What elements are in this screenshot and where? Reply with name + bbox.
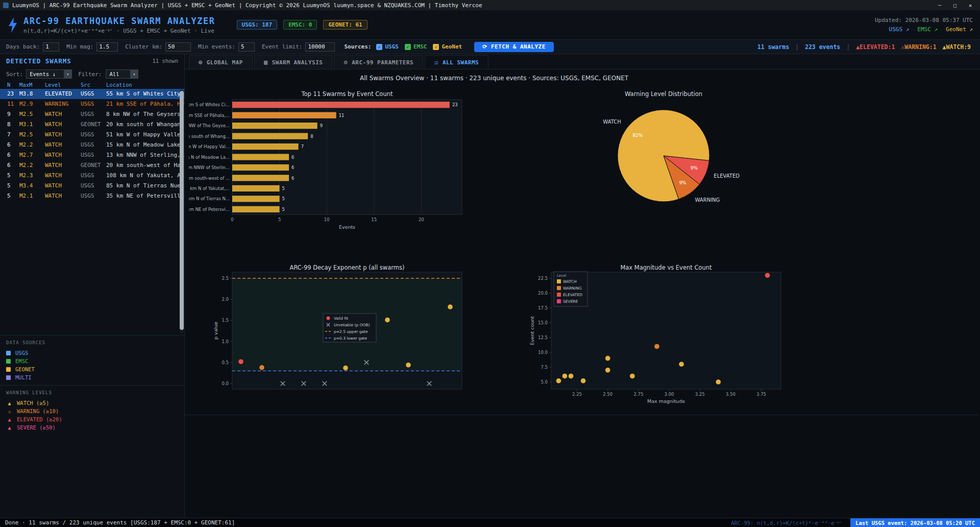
- maximize-button[interactable]: □: [947, 0, 963, 10]
- source-color-swatch: [6, 351, 11, 355]
- swarm-row[interactable]: 6M2.2WATCHUSGS15 km N of Meadow Lakes,…: [0, 140, 184, 150]
- data-source-label: GEONET: [15, 366, 35, 372]
- cluster-km-input[interactable]: [165, 42, 191, 52]
- swarm-row[interactable]: 6M2.7WATCHUSGS13 km NNW of Sterling, A…: [0, 150, 184, 160]
- svg-text:Unreliable (p OOB): Unreliable (p OOB): [334, 323, 370, 327]
- swarm-location: 55 km S of Whites City, …: [106, 89, 184, 99]
- svg-text:15: 15: [371, 217, 377, 222]
- source-toggle-usgs[interactable]: ✓USGS: [376, 43, 399, 50]
- swarm-count: 6: [7, 140, 19, 150]
- tab-arc-99-parameters[interactable]: ⚙ARC-99 PARAMETERS: [334, 55, 423, 69]
- svg-text:3.25: 3.25: [695, 392, 705, 397]
- event-limit-input[interactable]: [305, 42, 335, 52]
- tab-swarm-analysis[interactable]: ▦SWARM ANALYSIS: [254, 55, 332, 69]
- swarm-level: WATCH: [45, 130, 81, 140]
- swarm-row[interactable]: 9M2.5WATCHUSGS8 km NW of The Geysers, …: [0, 109, 184, 119]
- scatter-chart-decay-exponent: 0.00.51.01.52.02.5ARC-99 Decay Exponent …: [189, 265, 475, 418]
- warning-triangle-icon: ▲: [6, 417, 13, 422]
- summary-item: 223 events: [805, 43, 840, 51]
- field-label: Days back:: [6, 43, 40, 50]
- swarm-max-magnitude: M2.5: [19, 109, 45, 119]
- warning-triangle-icon: ▲: [6, 425, 13, 430]
- swarm-row[interactable]: 6M2.2WATCHGEONET20 km south-west of Hast…: [0, 160, 184, 171]
- svg-text:7.5: 7.5: [541, 365, 548, 370]
- sidebar-title: DETECTED SWARMS: [6, 57, 71, 65]
- svg-text:21 km SSE of Pāhala,...: 21 km SSE of Pāhala,...: [189, 113, 230, 118]
- tab-label: GLOBAL MAP: [207, 59, 243, 66]
- sort-select[interactable]: Events ↓ ▾: [26, 69, 72, 79]
- tab-all-swarms[interactable]: ☑ALL SWARMS: [425, 55, 488, 69]
- scrollbar-thumb[interactable]: [180, 91, 184, 330]
- updated-timestamp: Updated: 2026-03-08 05:37 UTC: [875, 17, 973, 23]
- min-mag-input[interactable]: [96, 42, 118, 52]
- checkbox-icon: ☑: [434, 59, 438, 66]
- column-header: Level: [45, 81, 81, 89]
- last-event-badge: Last USGS event: 2026-03-08 05:20 UTC: [850, 518, 980, 527]
- swarm-location: 85 km N of Tierras Nueva…: [106, 181, 184, 191]
- swarm-level: WARNING: [45, 99, 81, 109]
- column-header: N: [7, 81, 19, 89]
- svg-text:20 km south-west of ...: 20 km south-west of ...: [189, 176, 230, 181]
- swarm-row[interactable]: 11M2.9WARNINGUSGS21 km SSE of Pāhala, Ha…: [0, 99, 184, 109]
- swarm-count: 7: [7, 130, 19, 140]
- swarm-row[interactable]: 5M2.1WATCHUSGS35 km NE of Petersville,…: [0, 191, 184, 201]
- sources-label: Sources:: [344, 43, 371, 50]
- source-toggle-geonet[interactable]: ✓GeoNet: [433, 43, 462, 50]
- swarm-location: 108 km N of Yakutat, Ala…: [106, 171, 184, 181]
- days-back-input[interactable]: [43, 42, 59, 52]
- swarm-row[interactable]: 23M3.8ELEVATEDUSGS55 km S of Whites City…: [0, 89, 184, 99]
- swarm-location: 21 km SSE of Pāhala, Haw…: [106, 99, 184, 109]
- swarm-count: 9: [7, 109, 19, 119]
- svg-text:55 km S of Whites Ci...: 55 km S of Whites Ci...: [189, 102, 230, 107]
- svg-text:20: 20: [419, 217, 424, 222]
- statusbar: Done · 11 swarms / 223 unique events [US…: [0, 518, 980, 527]
- summary-item: 11 swarms: [757, 43, 789, 51]
- chevron-down-icon: ▾: [130, 70, 138, 78]
- gear-icon: ⚙: [344, 59, 348, 66]
- svg-text:3.00: 3.00: [665, 392, 674, 397]
- scrollbar[interactable]: [180, 90, 184, 333]
- svg-text:108 km N of Yakutat,...: 108 km N of Yakutat,...: [189, 186, 230, 191]
- svg-text:8: 8: [310, 134, 313, 139]
- svg-text:82%: 82%: [632, 133, 643, 138]
- svg-text:Event count: Event count: [529, 316, 535, 345]
- sidebar-header: DETECTED SWARMS 11 shown: [0, 54, 184, 67]
- data-sources-section: DATA SOURCES USGSEMSCGEONETMULTI: [0, 335, 184, 385]
- svg-text:2.0: 2.0: [222, 297, 229, 302]
- swarm-row[interactable]: 7M2.5WATCHUSGS51 km W of Happy Valley,…: [0, 130, 184, 140]
- sort-label: Sort:: [6, 71, 23, 78]
- bar-chart-top-swarms: 05101520EventsTop 11 Swarms by Event Cou…: [189, 89, 475, 243]
- svg-text:51 km W of Happy Val...: 51 km W of Happy Val...: [189, 144, 230, 149]
- source-link[interactable]: EMSC ↗: [917, 26, 938, 33]
- svg-text:p value: p value: [213, 322, 218, 340]
- swarm-max-magnitude: M2.2: [19, 140, 45, 150]
- swarm-row[interactable]: 5M2.3WATCHUSGS108 km N of Yakutat, Ala…: [0, 171, 184, 181]
- fetch-analyze-button[interactable]: ⟳ FETCH & ANALYZE: [474, 42, 554, 52]
- tab-label: SWARM ANALYSIS: [272, 59, 323, 66]
- swarm-level: ELEVATED: [45, 89, 81, 99]
- source-link[interactable]: GeoNet ↗: [946, 26, 973, 33]
- close-button[interactable]: ✕: [963, 0, 978, 10]
- minimize-button[interactable]: ─: [932, 0, 947, 10]
- svg-text:6: 6: [291, 176, 294, 181]
- swarm-count: 23: [7, 89, 19, 99]
- svg-text:ARC-99 Decay Exponent p (all: ARC-99 Decay Exponent p (all swarms): [290, 265, 405, 271]
- filter-value: All: [109, 71, 119, 77]
- source-link[interactable]: USGS ↗: [889, 26, 910, 33]
- swarm-level: WATCH: [45, 140, 81, 150]
- warning-level-item: ▲SEVERE (≥50): [6, 423, 178, 432]
- min-events-input[interactable]: [238, 42, 255, 52]
- filter-select[interactable]: All ▾: [106, 69, 138, 79]
- swarm-row[interactable]: 8M3.1WATCHGEONET20 km south of Whanganui: [0, 119, 184, 130]
- svg-text:p=2.5 upper gate: p=2.5 upper gate: [334, 329, 368, 334]
- swarm-source: USGS: [81, 130, 106, 140]
- svg-text:17.5: 17.5: [538, 305, 548, 310]
- warning-level-label: WATCH (≥5): [17, 400, 49, 406]
- source-toggle-emsc[interactable]: ✓EMSC: [405, 43, 427, 50]
- tab-global-map[interactable]: ⊕GLOBAL MAP: [189, 55, 253, 69]
- chevron-down-icon: ▾: [64, 70, 71, 78]
- swarm-level: WATCH: [45, 119, 81, 130]
- swarm-row[interactable]: 5M3.4WATCHUSGS85 km N of Tierras Nueva…: [0, 181, 184, 191]
- window-title: LuumynOS | ARC-99 Earthquake Swarm Analy…: [12, 2, 482, 9]
- checkbox-checked-icon: ✓: [405, 44, 411, 50]
